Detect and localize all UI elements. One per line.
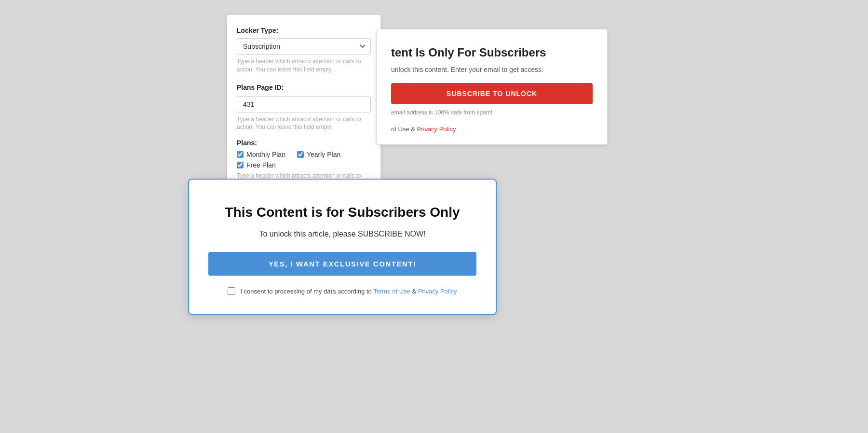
spam-note: email address is 100% safe from spam! [391,109,593,116]
plan-yearly-checkbox[interactable] [297,151,304,158]
locker-card-title: This Content is for Subscribers Only [208,204,476,221]
plans-page-id-label: Plans Page ID: [237,84,371,91]
plan-monthly: Monthly Plan [237,151,285,158]
locker-card-unlock-text: To unlock this article, please SUBSCRIBE… [208,230,476,238]
yes-exclusive-content-button[interactable]: YES, I WANT EXCLUSIVE CONTENT! [208,252,476,276]
locker-type-select[interactable]: Subscription [237,38,371,55]
subscriber-widget-description: unlock this content. Enter your email to… [391,66,593,73]
plans-row-1: Monthly Plan Yearly Plan [237,151,371,161]
privacy-policy-link[interactable]: Privacy Policy [418,288,457,295]
terms-of-use-link[interactable]: Terms of Use [373,288,410,295]
plans-label: Plans: [237,139,371,147]
plan-free-label: Free Plan [246,161,276,169]
plan-free-checkbox[interactable] [237,162,244,168]
plan-free: Free Plan [237,161,371,169]
locker-card: This Content is for Subscribers Only To … [188,179,497,315]
consent-row: I consent to processing of my data accor… [208,287,476,295]
privacy-policy-link-widget[interactable]: Privacy Policy [417,126,456,133]
subscriber-widget: tent Is Only For Subscribers unlock this… [376,29,608,145]
plan-yearly-label: Yearly Plan [307,151,340,158]
locker-type-hint: Type a header which attracts attention o… [237,57,371,74]
plans-page-id-input[interactable] [237,96,371,112]
settings-panel: Locker Type: Subscription Type a header … [227,14,381,200]
subscriber-widget-title: tent Is Only For Subscribers [391,45,593,60]
plans-page-id-hint: Type a header which attracts attention o… [237,115,371,132]
consent-checkbox[interactable] [228,287,235,295]
terms-line: of Use & Privacy Policy [391,126,593,133]
plan-yearly: Yearly Plan [297,151,340,158]
plan-monthly-label: Monthly Plan [246,151,285,158]
consent-text: I consent to processing of my data accor… [240,288,457,295]
locker-type-label: Locker Type: [237,27,371,34]
subscribe-to-unlock-button[interactable]: SUBSCRIBE TO UNLOCK [391,83,593,104]
plan-monthly-checkbox[interactable] [237,151,244,158]
